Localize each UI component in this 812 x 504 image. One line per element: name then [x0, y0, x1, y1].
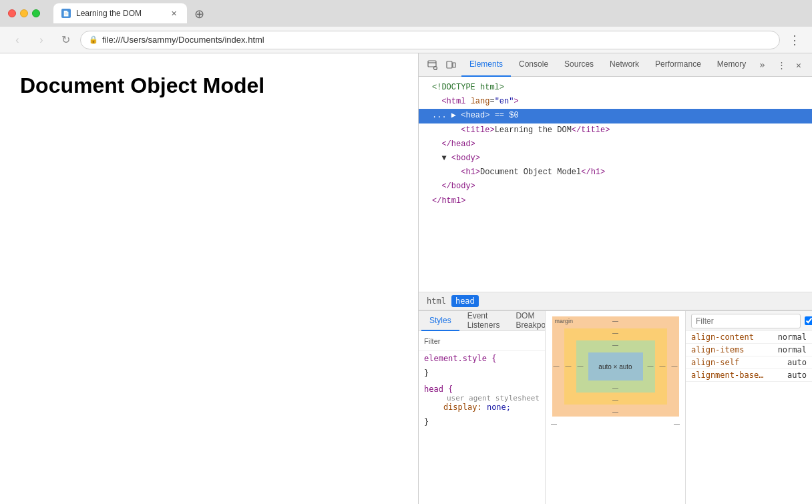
address-bar[interactable]: 🔒 file:///Users/sammy/Documents/index.ht… — [80, 31, 780, 49]
margin-dash-top: — — [612, 318, 618, 324]
reload-button[interactable]: ↻ — [56, 31, 75, 49]
tab-favicon: 📄 — [61, 9, 71, 18]
dom-line-doctype[interactable]: <!DOCTYPE html> — [419, 81, 812, 95]
svg-rect-5 — [453, 63, 455, 67]
tab-title: Learning the DOM — [76, 9, 163, 18]
tab-console[interactable]: Console — [511, 53, 556, 77]
style-source: user agent stylesheet — [447, 394, 540, 403]
maximize-button[interactable] — [32, 9, 40, 17]
style-rule-head-close: } — [419, 415, 545, 429]
svg-line-3 — [436, 69, 437, 69]
tab-performance[interactable]: Performance — [647, 53, 709, 77]
device-toolbar-icon[interactable] — [443, 57, 459, 73]
styles-tab-styles[interactable]: Styles — [421, 311, 459, 331]
new-tab-button[interactable]: ⊕ — [190, 5, 208, 23]
box-bottom-dashes: — — — [551, 421, 680, 427]
dom-line-title[interactable]: <title>Learning the DOM</title> — [419, 123, 812, 138]
box-bottom-dash1: — — [551, 421, 557, 427]
border-dash-top: — — [612, 330, 618, 336]
menu-button[interactable]: ⋮ — [785, 31, 804, 49]
nav-bar: ‹ › ↻ 🔒 file:///Users/sammy/Documents/in… — [0, 27, 812, 53]
tab-close-button[interactable]: ✕ — [168, 8, 179, 19]
computed-panel: Show all align-content normal align-item… — [685, 311, 812, 504]
styles-filter-bar: Filter :hov .cls + — [419, 331, 545, 351]
box-model-panel: margin — — — — border — — — — — [545, 311, 685, 504]
computed-val-alignment-base: auto — [787, 370, 807, 380]
padding-dash-bottom: — — [612, 385, 618, 391]
computed-val-align-self: auto — [787, 358, 807, 367]
computed-row-align-items: align-items normal — [686, 344, 812, 356]
devtools-close-icon[interactable]: ✕ — [791, 57, 807, 73]
styles-tab-dom-breakpoints[interactable]: DOM Breakpoints — [508, 311, 545, 331]
dom-line-head-close[interactable]: </head> — [419, 138, 812, 152]
devtools-more-icon[interactable]: ⋮ — [773, 57, 789, 73]
close-button[interactable] — [8, 9, 16, 17]
dom-line-html-close[interactable]: </html> — [419, 194, 812, 208]
style-rule-close: } — [419, 366, 545, 381]
show-all-label: Show all — [805, 312, 812, 330]
padding-dash-right: — — [648, 363, 654, 370]
show-all-checkbox[interactable] — [805, 316, 812, 325]
dom-line-body[interactable]: ▼ <body> — [419, 152, 812, 166]
val-display: none; — [487, 403, 511, 412]
computed-val-align-content: normal — [778, 332, 807, 342]
computed-row-alignment-base: alignment-base… auto — [686, 369, 812, 382]
forward-button[interactable]: › — [32, 31, 51, 49]
margin-dash-bottom: — — [612, 409, 618, 415]
tab-elements[interactable]: Elements — [461, 53, 511, 77]
border-dash-bottom: — — [612, 397, 618, 403]
more-tabs-button[interactable]: » — [754, 59, 770, 70]
computed-prop-align-self: align-self — [691, 358, 787, 367]
traffic-lights — [8, 9, 40, 17]
border-dash-left: — — [566, 363, 572, 370]
page-heading: Document Object Model — [20, 73, 398, 98]
breadcrumb-head[interactable]: head — [451, 295, 479, 307]
tab-bar: 📄 Learning the DOM ✕ ⊕ — [53, 3, 804, 23]
head-selector: head { — [424, 385, 453, 394]
style-brace: } — [424, 368, 429, 378]
back-button[interactable]: ‹ — [8, 31, 27, 49]
box-model-diagram: margin — — — — border — — — — — [552, 316, 679, 417]
dom-line-html[interactable]: <html lang="en"> — [419, 95, 812, 109]
margin-dash-left: — — [554, 363, 560, 370]
element-style-selector: element.style { — [424, 354, 496, 363]
margin-label: margin — [555, 318, 574, 324]
tab-sources[interactable]: Sources — [556, 53, 602, 77]
devtools-right-buttons: ⋮ ✕ — [773, 57, 807, 73]
tab-memory[interactable]: Memory — [709, 53, 754, 77]
browser-tab[interactable]: 📄 Learning the DOM ✕ — [53, 3, 187, 23]
computed-row-align-self: align-self auto — [686, 356, 812, 369]
computed-filter-bar: Show all — [686, 311, 812, 331]
styles-tabs: Styles Event Listeners DOM Breakpoints P… — [419, 311, 545, 331]
box-content: auto × auto — [588, 352, 643, 381]
lock-icon: 🔒 — [89, 35, 98, 44]
styles-tab-event-listeners[interactable]: Event Listeners — [459, 311, 508, 331]
dom-line-head[interactable]: ... ▶ <head> == $0 — [419, 109, 812, 123]
dom-tree[interactable]: <!DOCTYPE html> <html lang="en"> ... ▶ <… — [419, 77, 812, 292]
styles-panel: Styles Event Listeners DOM Breakpoints P… — [419, 311, 545, 504]
computed-filter-input[interactable] — [691, 314, 801, 328]
breadcrumb-html[interactable]: html — [424, 295, 449, 307]
prop-display: display: — [424, 403, 487, 412]
computed-prop-align-items: align-items — [691, 345, 778, 354]
computed-list: align-content normal align-items normal … — [686, 331, 812, 504]
tab-network[interactable]: Network — [602, 53, 647, 77]
computed-prop-alignment-base: alignment-base… — [691, 370, 787, 380]
svg-rect-0 — [428, 61, 436, 67]
dom-line-h1[interactable]: <h1>Document Object Model</h1> — [419, 166, 812, 180]
dom-line-body-close[interactable]: </body> — [419, 180, 812, 194]
devtools-toolbar: Elements Console Sources Network Perform… — [419, 53, 812, 77]
box-content-label: auto × auto — [598, 363, 632, 370]
minimize-button[interactable] — [20, 9, 28, 17]
title-bar: 📄 Learning the DOM ✕ ⊕ — [0, 0, 812, 27]
computed-prop-align-content: align-content — [691, 332, 778, 342]
style-rule-element: element.style { } — [419, 351, 545, 381]
style-brace-close: } — [424, 417, 429, 427]
box-bottom-dash2: — — [674, 421, 680, 427]
breadcrumb-bar: html head — [419, 292, 812, 310]
inspect-element-icon[interactable] — [424, 57, 440, 73]
style-rule-selector: element.style { — [419, 351, 545, 366]
styles-content: element.style { } head { user agent styl… — [419, 351, 545, 504]
address-text: file:///Users/sammy/Documents/index.html — [102, 35, 771, 45]
styles-filter-input[interactable] — [443, 336, 543, 346]
